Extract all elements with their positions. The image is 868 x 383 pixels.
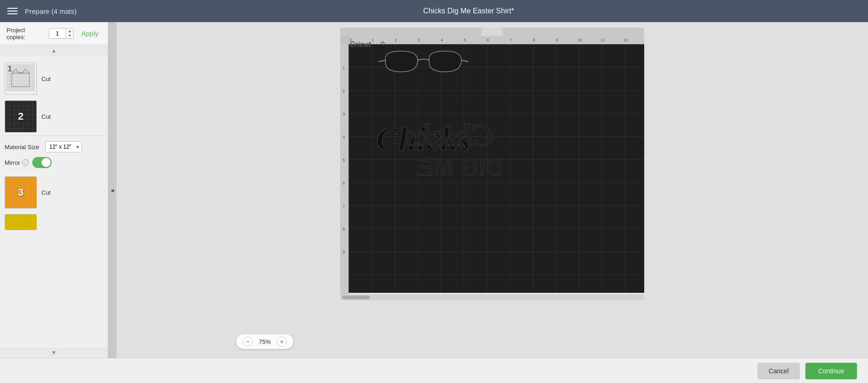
sidebar-scroll-up-button[interactable]: ▲ (0, 45, 108, 56)
apply-button[interactable]: Apply (78, 28, 101, 39)
copies-spinner: ▲ ▼ (66, 29, 74, 38)
svg-text:3: 3 (418, 38, 420, 42)
svg-text:2: 2 (395, 38, 397, 42)
svg-text:12: 12 (623, 38, 628, 42)
svg-text:9: 9 (556, 38, 558, 42)
mat-item-3[interactable]: 3 Cut (0, 174, 108, 211)
material-size-label: Material Size (5, 144, 41, 151)
canvas-scrollbar-thumb (342, 296, 370, 299)
mat-list: 1 Cut 2 Cut Material Size 12" x 12" (0, 56, 108, 347)
prepare-title: Prepare (4 mats) (25, 7, 77, 15)
svg-text:5: 5 (343, 158, 345, 162)
mat-controls: Material Size 12" x 12" 12" x 24" Custom… (0, 135, 108, 174)
svg-text:11: 11 (600, 38, 605, 42)
copies-input-wrap: ▲ ▼ (49, 28, 74, 39)
mat-canvas-container: Cricut 0 1 2 (340, 28, 644, 300)
mirrored-text-group: Chicks DIG ME (405, 117, 503, 180)
mat-handle-row (340, 28, 644, 36)
top-controls-bar: Project copies: ▲ ▼ Apply (0, 22, 108, 45)
svg-text:7: 7 (343, 204, 345, 209)
canvas-area: Cricut 0 1 2 (117, 22, 868, 358)
cricut-logo: Cricut (350, 40, 386, 52)
svg-text:DIG ME: DIG ME (418, 154, 503, 180)
svg-text:5: 5 (464, 38, 466, 42)
app-header: Prepare (4 mats) Chicks Dig Me Easter Sh… (0, 0, 868, 22)
material-size-select[interactable]: 12" x 12" 12" x 24" Custom (45, 141, 82, 152)
sidebar-collapse-button[interactable]: ◀ (108, 22, 117, 358)
ruler-corner (340, 36, 349, 44)
mirror-label: Mirror i (5, 159, 29, 166)
svg-text:3: 3 (343, 112, 345, 116)
zoom-percent: 75% (256, 338, 274, 345)
zoom-in-button[interactable]: + (277, 337, 287, 347)
svg-text:10: 10 (577, 38, 582, 42)
mirror-toggle[interactable] (32, 157, 52, 168)
svg-text:6: 6 (487, 38, 489, 42)
mat-num-2: 2 (18, 110, 23, 122)
svg-marker-1 (12, 69, 30, 74)
continue-button[interactable]: Continue (805, 363, 857, 379)
toggle-knob (41, 158, 51, 167)
svg-text:Chicks: Chicks (405, 117, 494, 152)
svg-text:Cricut: Cricut (350, 41, 371, 48)
mat-label-1: Cut (41, 75, 51, 82)
mirror-row: Mirror i (5, 157, 103, 168)
svg-text:7: 7 (510, 38, 512, 42)
cricut-logo-svg: Cricut (350, 40, 386, 50)
mat-item-4[interactable] (0, 211, 108, 233)
mat-num-3: 3 (18, 186, 23, 198)
mat-grid-canvas: Chicks Chicks DIG ME (349, 44, 644, 293)
mat-artwork-svg: Chicks Chicks DIG ME (349, 44, 644, 293)
material-size-select-wrap: 12" x 12" 12" x 24" Custom (45, 141, 82, 152)
menu-icon[interactable] (7, 8, 17, 14)
mat-num-1: 1 (8, 65, 12, 73)
sidebar-scroll-down-button[interactable]: ▼ (0, 347, 108, 358)
svg-line-29 (379, 60, 385, 62)
mat-label-2: Cut (41, 113, 51, 120)
svg-text:2: 2 (343, 89, 345, 93)
ruler-side: 1 2 3 4 5 6 7 8 9 (340, 44, 349, 295)
mat-thumb-1: 1 (5, 63, 37, 95)
canvas-scrollbar[interactable] (340, 295, 644, 300)
copies-down-button[interactable]: ▼ (66, 34, 74, 38)
zoom-out-button[interactable]: − (243, 337, 253, 347)
ruler-top: 0 1 2 3 4 5 6 7 8 9 10 11 12 (349, 36, 644, 44)
mat-thumb-3: 3 (5, 176, 37, 209)
mat-label-3: Cut (41, 189, 51, 196)
copies-up-button[interactable]: ▲ (66, 29, 74, 34)
footer: Cancel Continue (0, 358, 868, 383)
svg-text:8: 8 (533, 38, 535, 42)
svg-point-4 (381, 42, 384, 45)
side-ruler-svg: 1 2 3 4 5 6 7 8 9 (340, 44, 349, 293)
zoom-controls: − 75% + (236, 334, 293, 349)
mat-thumb-4 (5, 214, 37, 230)
svg-line-30 (461, 60, 468, 62)
svg-text:1: 1 (343, 66, 345, 70)
svg-rect-0 (12, 74, 30, 87)
svg-text:8: 8 (343, 227, 345, 232)
ruler-svg: 0 1 2 3 4 5 6 7 8 9 10 11 12 (349, 36, 644, 44)
svg-text:9: 9 (343, 250, 345, 255)
svg-text:4: 4 (441, 38, 443, 42)
sunglasses-group (379, 51, 468, 72)
material-size-row: Material Size 12" x 12" 12" x 24" Custom (5, 141, 103, 152)
mat-handle (481, 28, 504, 36)
mat-item-1[interactable]: 1 Cut (0, 60, 108, 98)
cancel-button[interactable]: Cancel (757, 363, 800, 379)
mat-thumb-2: 2 (5, 100, 37, 133)
grid-with-ruler: 1 2 3 4 5 6 7 8 9 (340, 44, 644, 295)
mat-item-2[interactable]: 2 Cut (0, 98, 108, 135)
mat-thumb-4-grid (5, 215, 36, 230)
mirror-info-icon[interactable]: i (22, 159, 29, 166)
svg-text:4: 4 (343, 135, 345, 139)
svg-text:6: 6 (343, 181, 345, 186)
copies-input[interactable] (49, 29, 66, 38)
project-name: Chicks Dig Me Easter Shirt* (77, 7, 861, 15)
project-copies-label: Project copies: (6, 27, 44, 41)
